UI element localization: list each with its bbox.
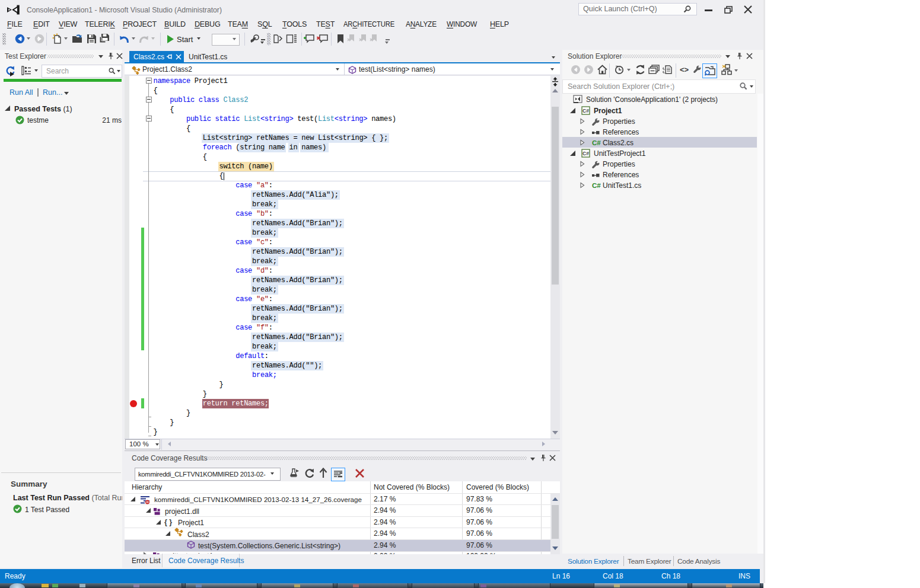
svg-text:C#: C# xyxy=(582,108,589,114)
svg-text:C#: C# xyxy=(592,182,601,189)
svg-text:C#: C# xyxy=(582,151,589,156)
svg-text:C#: C# xyxy=(592,139,601,146)
